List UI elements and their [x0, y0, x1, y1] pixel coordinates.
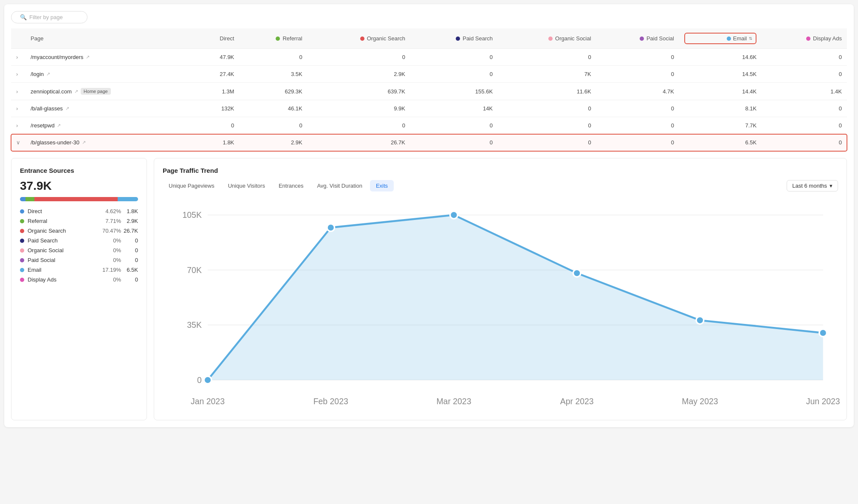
- svg-text:Feb 2023: Feb 2023: [313, 397, 348, 406]
- source-pct: 0%: [100, 237, 121, 244]
- chart-data-point: [450, 211, 458, 219]
- organic_social-cell: 7K: [498, 66, 596, 83]
- row-expand-chevron[interactable]: ∨: [11, 134, 25, 151]
- table-row[interactable]: ›zennioptical.com↗Home page1.3M629.3K639…: [11, 83, 847, 100]
- filter-input-box[interactable]: 🔍 Filter by page: [11, 11, 87, 23]
- paid_social-cell: 0: [596, 134, 679, 151]
- page-name: /b/all-glasses: [31, 105, 63, 112]
- chart-tab[interactable]: Unique Pageviews: [163, 180, 220, 191]
- row-expand-chevron[interactable]: ›: [11, 100, 25, 117]
- paid_social-cell: 4.7K: [596, 83, 679, 100]
- table-body: ›/myaccount/myorders↗47.9K0000014.6K0›/l…: [11, 49, 847, 151]
- external-link-icon[interactable]: ↗: [74, 89, 78, 94]
- source-name: Display Ads: [28, 276, 56, 283]
- referral-cell: 0: [239, 117, 307, 134]
- external-link-icon[interactable]: ↗: [46, 71, 50, 77]
- email-cell: 8.1K: [679, 100, 762, 117]
- source-val: 1.8K: [121, 208, 138, 214]
- paid_social-cell: 0: [596, 100, 679, 117]
- organic_search-cell: 9.9K: [308, 100, 410, 117]
- source-name: Paid Social: [28, 257, 55, 263]
- paid_search-cell: 0: [410, 117, 498, 134]
- table-row[interactable]: ›/resetpwd↗0000007.7K0: [11, 117, 847, 134]
- referral-col-header: Referral: [239, 28, 307, 49]
- organic-social-dot: [548, 37, 553, 41]
- external-link-icon[interactable]: ↗: [86, 54, 90, 60]
- referral-dot: [276, 37, 280, 41]
- table-row[interactable]: ›/myaccount/myorders↗47.9K0000014.6K0: [11, 49, 847, 66]
- email-dot: [727, 37, 731, 41]
- chart-tab[interactable]: Avg. Visit Duration: [311, 180, 368, 191]
- page-col-header: Page: [25, 28, 193, 49]
- chart-tabs-bar: Unique PageviewsUnique VisitorsEntrances…: [163, 180, 838, 191]
- source-name: Organic Social: [28, 247, 64, 253]
- table-header-row: Page Direct Referral Organic Search: [11, 28, 847, 49]
- external-link-icon[interactable]: ↗: [65, 106, 69, 111]
- display_ads-cell: 0: [762, 100, 847, 117]
- chart-tab[interactable]: Exits: [370, 180, 394, 191]
- direct-cell: 1.8K: [193, 134, 239, 151]
- page-cell: /myaccount/myorders↗: [25, 49, 193, 66]
- source-name: Paid Search: [28, 237, 58, 244]
- entrance-sources-panel: Entrance Sources 37.9K Direct4.62%1.8KRe…: [11, 158, 147, 420]
- svg-text:70K: 70K: [187, 265, 202, 275]
- source-dot: [20, 219, 24, 223]
- page-name: /b/glasses-under-30: [31, 139, 79, 146]
- time-selector[interactable]: Last 6 months ▾: [787, 180, 838, 191]
- source-dot: [20, 209, 24, 214]
- page-name: /login: [31, 71, 44, 77]
- organic_social-cell: 0: [498, 134, 596, 151]
- referral-cell: 46.1K: [239, 100, 307, 117]
- display-ads-dot: [806, 37, 810, 41]
- display_ads-cell: 0: [762, 134, 847, 151]
- referral-cell: 2.9K: [239, 134, 307, 151]
- color-bar-segment: [34, 197, 118, 201]
- entrance-sources-title: Entrance Sources: [20, 167, 138, 174]
- organic-search-col-header: Organic Search: [308, 28, 410, 49]
- source-dot: [20, 278, 24, 282]
- main-container: 🔍 Filter by page Page Direct Referral: [4, 4, 854, 427]
- direct-cell: 47.9K: [193, 49, 239, 66]
- svg-text:Jan 2023: Jan 2023: [191, 397, 225, 406]
- organic_search-cell: 639.7K: [308, 83, 410, 100]
- external-link-icon[interactable]: ↗: [82, 140, 86, 145]
- email-cell: 14.4K: [679, 83, 762, 100]
- row-expand-chevron[interactable]: ›: [11, 83, 25, 100]
- data-table: Page Direct Referral Organic Search: [11, 28, 847, 151]
- source-val: 0: [121, 247, 138, 253]
- organic_search-cell: 0: [308, 117, 410, 134]
- source-name: Email: [28, 267, 42, 273]
- referral-cell: 629.3K: [239, 83, 307, 100]
- source-val: 0: [121, 237, 138, 244]
- chart-panel: Page Traffic Trend Unique PageviewsUniqu…: [154, 158, 847, 420]
- table-row[interactable]: ∨/b/glasses-under-30↗1.8K2.9K26.7K0006.5…: [11, 134, 847, 151]
- direct-cell: 27.4K: [193, 66, 239, 83]
- display_ads-cell: 0: [762, 66, 847, 83]
- source-row: Display Ads0%0: [20, 276, 138, 283]
- svg-text:0: 0: [197, 375, 202, 385]
- chart-tab[interactable]: Entrances: [273, 180, 310, 191]
- organic-search-dot: [360, 37, 364, 41]
- source-row: Paid Social0%0: [20, 257, 138, 263]
- source-val: 2.9K: [121, 218, 138, 224]
- color-bar-segment: [118, 197, 138, 201]
- source-row: Organic Social0%0: [20, 247, 138, 253]
- row-expand-chevron[interactable]: ›: [11, 66, 25, 83]
- traffic-chart: 035K70K105KJan 2023Feb 2023Mar 2023Apr 2…: [163, 200, 838, 410]
- display-ads-col-header: Display Ads: [762, 28, 847, 49]
- table-row[interactable]: ›/b/all-glasses↗132K46.1K9.9K14K008.1K0: [11, 100, 847, 117]
- chevron-down-icon: ▾: [830, 183, 833, 189]
- organic_social-cell: 0: [498, 49, 596, 66]
- chart-container: 035K70K105KJan 2023Feb 2023Mar 2023Apr 2…: [163, 200, 838, 411]
- paid_social-cell: 0: [596, 66, 679, 83]
- email-col-header[interactable]: Email ⇅: [679, 28, 762, 49]
- chart-tab[interactable]: Unique Visitors: [222, 180, 271, 191]
- table-row[interactable]: ›/login↗27.4K3.5K2.9K07K014.5K0: [11, 66, 847, 83]
- source-name: Direct: [28, 208, 42, 214]
- row-expand-chevron[interactable]: ›: [11, 117, 25, 134]
- bottom-section: Entrance Sources 37.9K Direct4.62%1.8KRe…: [11, 158, 847, 420]
- external-link-icon[interactable]: ↗: [57, 123, 61, 128]
- paid_search-cell: 0: [410, 66, 498, 83]
- row-expand-chevron[interactable]: ›: [11, 49, 25, 66]
- chart-data-point: [819, 329, 827, 337]
